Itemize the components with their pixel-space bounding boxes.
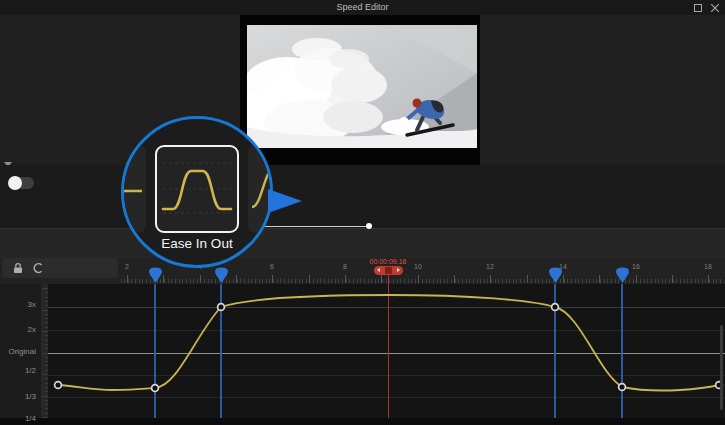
ruler-tick [415,279,416,283]
preset-scrollbar-thumb[interactable] [366,223,372,229]
ruler-tick [295,279,296,283]
rotate-icon[interactable] [32,262,44,274]
ruler-tick [404,279,405,283]
ruler-tick [186,279,187,283]
keyframe-marker[interactable] [215,267,228,283]
ruler-tick-major [563,275,564,283]
ruler-tick [240,279,241,283]
toolbar: Undo Redo Reset Play Stop [0,228,725,258]
maximize-icon[interactable] [694,4,702,12]
keyframe-point[interactable] [152,385,159,392]
ruler-tick [578,279,579,283]
ruler-number: 18 [704,263,712,270]
ruler-tick [393,279,394,283]
ruler-number: 6 [270,263,274,270]
magnified-ease-in-out-tile[interactable] [155,145,239,233]
ruler-tick-major [309,275,310,283]
keyframe-marker[interactable] [149,267,162,283]
ruler-tick [647,279,648,283]
ruler-tick [665,279,666,283]
ruler-tick [378,279,379,283]
ruler-tick [211,279,212,283]
ruler-tick [520,279,521,283]
ruler-tick-major [163,275,164,283]
voice-pitch-toggle[interactable] [10,177,34,189]
playhead-next-arrow-icon[interactable] [397,268,400,272]
ruler-tick [506,279,507,283]
lock-icon[interactable] [12,262,24,274]
ruler-tick [535,279,536,283]
ruler-tick [375,279,376,283]
keyframe-point[interactable] [619,384,626,391]
ruler-tick [175,279,176,283]
ruler-tick [411,279,412,283]
ruler-tick [179,279,180,283]
playhead-prev-arrow-icon[interactable] [377,268,380,272]
ruler-tick-major [527,275,528,283]
ruler-tick [440,279,441,283]
ruler-tick [516,279,517,283]
ruler-tick [135,279,136,283]
ruler-tick-major [127,275,128,283]
ruler-tick-major [636,275,637,283]
ruler-tick [429,279,430,283]
ruler-tick [477,279,478,283]
toggle-knob[interactable] [8,176,22,190]
ruler-tick [291,279,292,283]
ruler-tick [571,279,572,283]
ruler-tick [313,279,314,283]
ruler-tick [546,279,547,283]
ruler-tick [288,279,289,283]
ruler-tick-major [200,275,201,283]
keyframe-point[interactable] [55,382,62,389]
playhead-handle[interactable] [374,266,403,275]
ruler-tick [684,279,685,283]
keyframe-marker[interactable] [549,267,562,283]
preset-scrollbar[interactable] [262,226,366,227]
ruler-number: 2 [125,263,129,270]
speed-editor-window: Speed Editor [0,0,725,425]
ruler-tick [331,279,332,283]
ruler-number: 8 [343,263,347,270]
ruler-tick-major [272,275,273,283]
video-preview-frame [240,15,480,165]
ruler-tick [364,279,365,283]
ruler-tick [695,279,696,283]
keyframe-point[interactable] [218,304,225,311]
ruler-tick [280,279,281,283]
ruler-tick [277,279,278,283]
ruler-number: 12 [486,263,494,270]
ruler-tick [705,279,706,283]
ruler-tick [171,279,172,283]
keyframe-point[interactable] [552,304,559,311]
ruler-tick [655,279,656,283]
ruler-tick [269,279,270,283]
ruler-tick [229,279,230,283]
ruler-tick [262,279,263,283]
ruler-tick [582,279,583,283]
ruler-tick [349,279,350,283]
ruler-tick [266,279,267,283]
ruler-tick [248,279,249,283]
magnifier-pointer-icon [268,189,304,213]
ruler-tick [458,279,459,283]
ruler-tick [284,279,285,283]
ruler-tick [124,279,125,283]
ruler-corner [2,258,118,278]
ruler-tick [589,279,590,283]
ruler-tick [433,279,434,283]
ruler-tick [644,279,645,283]
ruler-tick [131,279,132,283]
graph-scrollbar[interactable] [720,325,723,410]
keyframe-marker[interactable] [616,267,629,283]
ruler-tick [716,279,717,283]
video-preview-snowboarder [247,25,477,148]
close-icon[interactable] [711,4,719,12]
ruler-tick [484,279,485,283]
ruler-tick [466,279,467,283]
magnified-curve-icon [157,147,237,231]
ruler-tick [197,279,198,283]
ruler-number: 16 [632,263,640,270]
ruler-tick [251,279,252,283]
ruler-tick [640,279,641,283]
